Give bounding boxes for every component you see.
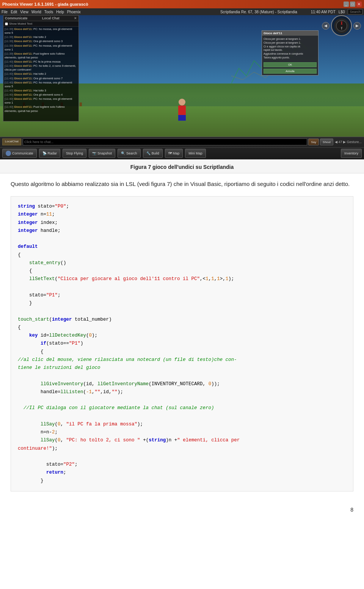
snapshot-icon: 📷 — [92, 151, 96, 155]
dialog-ok-button[interactable]: OK — [264, 62, 317, 67]
maximize-button[interactable]: □ — [350, 2, 355, 7]
nav-icon-2: ▶ — [356, 24, 359, 28]
menu-view[interactable]: View — [20, 10, 28, 14]
map-icon: 🗺 — [168, 151, 172, 155]
radar-icon: 📡 — [42, 151, 47, 155]
game-screenshot-container: Phoenix Viewer 1.6.1.1691 - giada guaras… — [0, 0, 364, 159]
speed-label: ◀ 47 ▶ Gesture... — [335, 140, 362, 144]
list-item: [11:40] Gioco dell'11: PC: ho mossa, ora… — [5, 81, 77, 88]
inventory-button[interactable]: Inventory — [341, 149, 362, 158]
time-display: 11:40 AM PDT — [311, 10, 336, 14]
dialog-line: Clicca per giocare al tangram 1. — [264, 37, 317, 41]
title-bar-controls: _ □ ✕ — [344, 2, 362, 7]
chat-panel-header: Communicate Local Chat ✕ — [3, 16, 78, 21]
list-item: [11:39] Gioco dell'11: PC: ho mossa, ora… — [5, 27, 77, 35]
search-icon: 🔍 — [121, 151, 125, 155]
compass-area: ◀ N ▶ — [322, 15, 361, 36]
minimize-button[interactable]: _ — [344, 2, 349, 7]
char-head — [179, 99, 185, 106]
code-block: string stato="P0"; integer n=11; integer… — [11, 196, 353, 491]
local-chat-tab[interactable]: LocalChat — [2, 139, 21, 145]
dialog-line: Ci e aggori clicca non capita ok — [264, 45, 317, 49]
figure-caption-text: Figura 7 gioco dell'undici su Scriptland… — [130, 164, 234, 170]
dialog-line: rapidi sul tavolo. — [264, 48, 317, 52]
stop-flying-label: Stop Flying — [66, 151, 83, 155]
game-dialog-header: Gioco dell'11 — [262, 31, 318, 36]
map-button[interactable]: 🗺 Map — [165, 149, 183, 158]
mini-map-label: Mini Map — [188, 151, 202, 155]
search-box[interactable]: Search — [348, 9, 362, 14]
map-label: Map — [173, 151, 180, 155]
toolbar-row2: Communicate 📡 Radar Stop Flying 📷 Snapsh… — [0, 148, 364, 159]
search-button[interactable]: 🔍 Search — [118, 149, 141, 158]
list-item: [11:40] Gioco dell'11: Ora gli elementi … — [5, 93, 77, 97]
chat-input[interactable] — [23, 139, 307, 145]
nav-btn-2[interactable]: ▶ — [353, 22, 361, 30]
list-item: [11:40] Gioco dell'11: Puoi togliere sol… — [5, 105, 77, 113]
chat-input-area: Say Shout — [23, 139, 333, 145]
nav-icon-1: ◀ — [324, 24, 327, 28]
snapshot-button[interactable]: 📷 Snapshot — [89, 149, 115, 158]
list-item: [11:39] Gioco dell'11: Ora gli elementi … — [5, 39, 77, 43]
list-item: [11:40] Gioco dell'11: PC: ho tolto 2, c… — [5, 64, 77, 72]
search-label: Search — [126, 151, 137, 155]
mini-map-button[interactable]: Mini Map — [185, 149, 206, 158]
menu-file[interactable]: File — [2, 10, 8, 14]
communicate-button[interactable]: Communicate — [2, 149, 37, 158]
menu-edit[interactable]: Edit — [11, 10, 17, 14]
show-muted-label[interactable]: Show Muted Text — [5, 22, 77, 25]
menu-help[interactable]: Help — [56, 10, 64, 14]
list-item: [11:39] Gioco dell'11: Hai tolto 2 — [5, 35, 77, 39]
game-dialog-body: Clicca per giocare al tangram 1. Clicca … — [262, 36, 318, 61]
compass-svg: N — [336, 20, 347, 31]
game-dialog: Gioco dell'11 Clicca per giocare al tang… — [262, 30, 318, 76]
shout-label: Shout — [323, 140, 331, 144]
menu-bar: File Edit View World Tools Help Phoenix … — [0, 8, 364, 15]
menu-tools[interactable]: Tools — [44, 10, 53, 14]
figure-caption: Figura 7 gioco dell'undici su Scriptland… — [0, 159, 364, 173]
shout-button[interactable]: Shout — [320, 139, 333, 145]
list-item: [11:39] Gioco dell'11: PC: ho mossa, ora… — [5, 44, 77, 52]
svg-text:N: N — [341, 21, 342, 23]
bottom-toolbar: LocalChat Say Shout ◀ 47 ▶ Gesture... — [0, 137, 364, 159]
stop-flying-button[interactable]: Stop Flying — [63, 149, 86, 158]
menu-phoenix[interactable]: Phoenix — [67, 10, 81, 14]
chat-panel: Communicate Local Chat ✕ Show Muted Text… — [3, 15, 79, 121]
nav-btn-1[interactable]: ◀ — [322, 22, 329, 30]
text-content: Questo algoritmo lo abbiamo realizzato s… — [0, 173, 364, 504]
char-legs — [178, 115, 186, 121]
build-button[interactable]: 🔧 Build — [143, 149, 163, 158]
build-icon: 🔧 — [146, 151, 151, 155]
chat-messages: [11:39] Gioco dell'11: PC: ho mossa, ora… — [3, 27, 78, 114]
char-body — [178, 106, 186, 115]
show-muted-row: Show Muted Text — [3, 21, 78, 27]
snapshot-label: Snapshot — [97, 151, 112, 155]
communicate-title: Communicate — [5, 16, 28, 20]
window-title: Phoenix Viewer 1.6.1.1691 - giada guaras… — [2, 2, 344, 6]
say-button[interactable]: Say — [308, 139, 319, 145]
dialog-line: Aggiustina connessa in congiunto — [264, 52, 317, 56]
list-item: [11:40] Gioco dell'11: Ora gli elementi … — [5, 77, 77, 80]
communicate-label: Communicate — [12, 151, 33, 155]
local-chat-title: Local Chat — [42, 16, 60, 20]
say-label: Say — [311, 140, 316, 144]
build-label: Build — [152, 151, 159, 155]
dialog-line: Talora aggiunto punto. — [264, 56, 317, 60]
intro-text: Questo algoritmo lo abbiamo realizzato s… — [11, 181, 350, 187]
radar-label: Radar — [48, 151, 57, 155]
location-text: Scriptlandia Re. 67, 38 (Mature) - Scrip… — [220, 10, 297, 14]
page-number-area: 8 — [0, 504, 364, 516]
show-muted-checkbox[interactable] — [5, 22, 8, 25]
chat-close-button[interactable]: ✕ — [74, 16, 77, 20]
toolbar-row1: LocalChat Say Shout ◀ 47 ▶ Gesture... — [0, 137, 364, 148]
menu-world[interactable]: World — [31, 10, 41, 14]
balance-display: L$0 — [339, 10, 345, 14]
communicate-icon — [6, 151, 11, 156]
intro-paragraph: Questo algoritmo lo abbiamo realizzato s… — [11, 180, 353, 189]
compass-inner: N — [334, 18, 349, 33]
list-item: [11:40] Gioco dell'11: PC: ho mossa, ora… — [5, 97, 77, 105]
dialog-cancel-button[interactable]: Annulla — [264, 69, 317, 74]
close-button[interactable]: ✕ — [356, 2, 362, 7]
compass[interactable]: N — [331, 15, 352, 36]
radar-button[interactable]: 📡 Radar — [39, 149, 61, 158]
